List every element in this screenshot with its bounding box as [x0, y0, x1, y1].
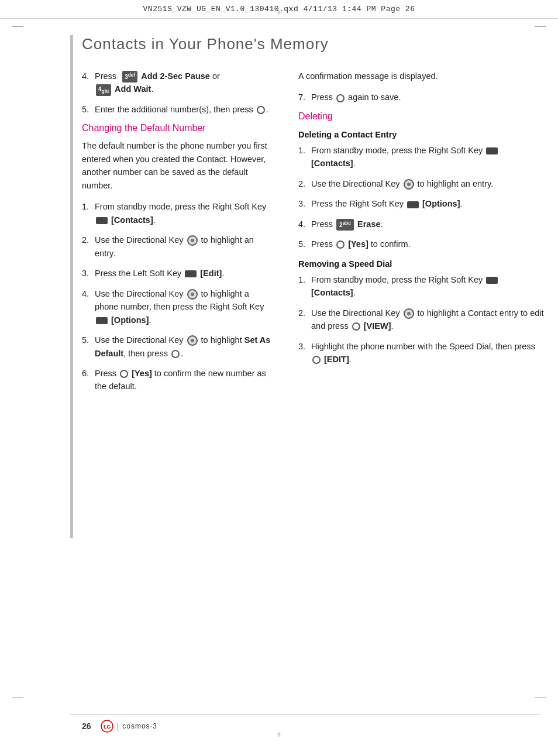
remove-dial-item-2: 2. Use the Directional Key to highlight … [298, 307, 544, 333]
options-bold-del-3: [Options] [422, 199, 460, 208]
ok-key-rem-2 [352, 322, 360, 331]
dir-key-rem-2 [404, 308, 414, 319]
set-as-default-bold: Set As Default [95, 335, 270, 358]
page-title: Contacts in Your Phone's Memory [82, 35, 544, 53]
remove-dial-content-1: From standby mode, press the Right Soft … [311, 273, 544, 300]
contacts-bold-del-1: [Contacts] [311, 159, 353, 168]
key-icon-3def: 3def [122, 71, 137, 83]
contacts-bold-rem-1: [Contacts] [311, 288, 353, 297]
ok-key-7 [336, 94, 345, 102]
delete-contact-num-2: 2. [298, 177, 311, 190]
list-content-4: Press 3def Add 2-Sec Pause or 4ghi Add W… [95, 70, 275, 96]
footer-logo: LG | cosmos·3 [101, 720, 157, 733]
delete-contact-num-5: 5. [298, 238, 311, 250]
remove-dial-num-1: 1. [298, 273, 311, 300]
remove-dial-num-2: 2. [298, 307, 311, 333]
change-default-num-3: 3. [82, 267, 95, 280]
right-soft-key-del-1 [486, 147, 498, 154]
change-default-item-2: 2. Use the Directional Key to highlight … [82, 233, 275, 260]
dir-key-2 [187, 235, 198, 246]
change-default-item-1: 1. From standby mode, press the Right So… [82, 200, 275, 226]
delete-contact-item-2: 2. Use the Directional Key to highlight … [298, 177, 544, 190]
removing-speed-dial-heading: Removing a Speed Dial [298, 259, 544, 269]
right-soft-key-1 [96, 217, 108, 224]
footer-separator: | [117, 721, 119, 731]
delete-contact-item-5: 5. Press [Yes] to confirm. [298, 238, 544, 250]
corner-mark-tr [535, 26, 546, 27]
yes-bold-6: [Yes] [132, 369, 152, 378]
change-default-content-6: Press [Yes] to confirm the new number as… [95, 367, 275, 393]
dir-key-del-2 [404, 179, 414, 190]
right-soft-key-del-3 [407, 201, 419, 208]
ok-key-5b [171, 350, 180, 358]
remove-dial-item-3: 3. Highlight the phone number with the S… [298, 340, 544, 366]
yes-bold-del-5: [Yes] [348, 239, 368, 249]
corner-mark-tl [12, 26, 23, 27]
change-default-num-1: 1. [82, 200, 95, 226]
right-soft-key-rem-1 [486, 277, 498, 284]
footer: 26 LG | cosmos·3 [82, 720, 540, 733]
bottom-cross-mark [276, 729, 281, 740]
change-default-item-3: 3. Press the Left Soft Key [Edit]. [82, 267, 275, 280]
top-cross-mark [276, 7, 281, 18]
delete-contact-item-3: 3. Press the Right Soft Key [Options]. [298, 197, 544, 210]
deleting-heading: Deleting [298, 111, 544, 122]
change-default-num-2: 2. [82, 233, 95, 260]
view-bold-rem-2: [VIEW] [364, 321, 391, 331]
change-default-content-1: From standby mode, press the Right Soft … [95, 200, 275, 226]
confirmation-text: A confirmation message is displayed. [298, 70, 544, 83]
change-default-item-4: 4. Use the Directional Key to highlight … [82, 287, 275, 327]
delete-contact-num-4: 4. [298, 218, 311, 231]
delete-contact-content-2: Use the Directional Key to highlight an … [311, 177, 544, 190]
page-number: 26 [82, 721, 91, 731]
changing-default-heading: Changing the Default Number [82, 123, 275, 133]
change-default-num-6: 6. [82, 367, 95, 393]
remove-dial-content-3: Highlight the phone number with the Spee… [311, 340, 544, 366]
delete-contact-num-1: 1. [298, 144, 311, 170]
item-7-num: 7. [298, 91, 311, 104]
delete-contact-num-3: 3. [298, 197, 311, 210]
corner-mark-br [535, 697, 546, 697]
key-icon-4ghi: 4ghi [96, 84, 111, 96]
list-num-4: 4. [82, 70, 95, 96]
ok-key-rem-3 [312, 356, 321, 364]
edit-bold-3: [Edit] [200, 269, 222, 278]
remove-dial-num-3: 3. [298, 340, 311, 366]
footer-line [70, 714, 540, 715]
ok-key-5 [257, 106, 265, 114]
right-soft-key-4 [96, 317, 108, 324]
delete-contact-content-1: From standby mode, press the Right Soft … [311, 144, 544, 170]
contacts-bold-1: [Contacts] [111, 215, 153, 225]
dir-key-5 [187, 335, 198, 346]
ok-key-6 [120, 370, 128, 378]
add-2sec-bold: Add 2-Sec Pause [141, 71, 210, 81]
lg-logo: LG [101, 720, 113, 733]
deleting-contact-heading: Deleting a Contact Entry [298, 130, 544, 139]
corner-mark-bl [12, 697, 23, 697]
ok-key-del-5 [336, 240, 345, 249]
change-default-num-5: 5. [82, 334, 95, 360]
delete-contact-content-5: Press [Yes] to confirm. [311, 238, 544, 250]
list-item-4: 4. Press 3def Add 2-Sec Pause or 4ghi Ad… [82, 70, 275, 96]
delete-contact-item-1: 1. From standby mode, press the Right So… [298, 144, 544, 170]
list-item-5: 5. Enter the additional number(s), then … [82, 103, 275, 116]
two-column-layout: 4. Press 3def Add 2-Sec Pause or 4ghi Ad… [82, 70, 544, 400]
content-wrapper: Contacts in Your Phone's Memory 4. Press… [82, 35, 544, 400]
change-default-content-2: Use the Directional Key to highlight an … [95, 233, 275, 260]
options-bold-4: [Options] [111, 315, 149, 325]
change-default-content-3: Press the Left Soft Key [Edit]. [95, 267, 275, 280]
delete-contact-content-4: Press 2abc Erase. [311, 218, 544, 231]
change-default-item-6: 6. Press [Yes] to confirm the new number… [82, 367, 275, 393]
change-default-content-4: Use the Directional Key to highlight a p… [95, 287, 275, 327]
left-accent-bar [70, 35, 73, 538]
list-num-5: 5. [82, 103, 95, 116]
remove-dial-content-2: Use the Directional Key to highlight a C… [311, 307, 544, 333]
right-column: A confirmation message is displayed. 7. … [292, 70, 544, 400]
remove-dial-item-1: 1. From standby mode, press the Right So… [298, 273, 544, 300]
change-default-num-4: 4. [82, 287, 95, 327]
item-7: 7. Press again to save. [298, 91, 544, 104]
item-7-content: Press again to save. [311, 91, 544, 104]
delete-contact-content-3: Press the Right Soft Key [Options]. [311, 197, 544, 210]
edit-bold-rem-3: [EDIT] [324, 355, 349, 364]
list-content-5: Enter the additional number(s), then pre… [95, 103, 275, 116]
